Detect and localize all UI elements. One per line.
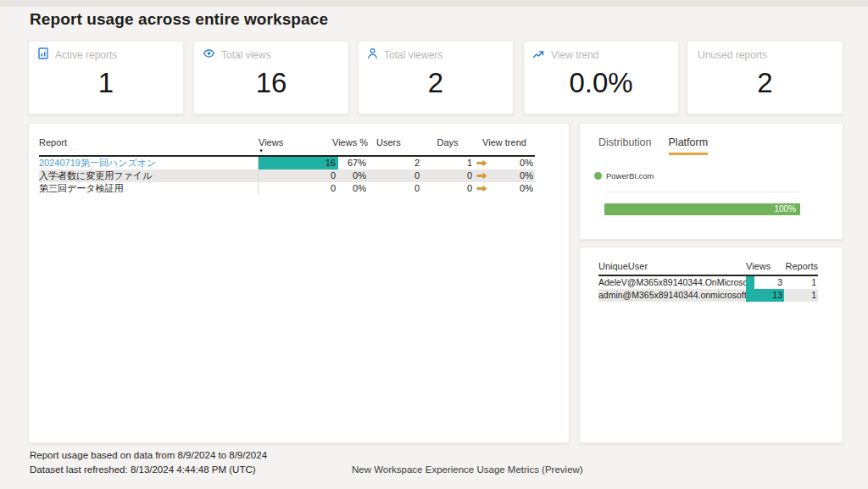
kpi-card-view-trend: View trend 0.0% [523, 41, 679, 114]
kpi-card-unused-reports: Unused reports 2 [687, 41, 843, 114]
unique-users-table-card: UniqueUser Views Reports AdeleV@M365x891… [579, 247, 843, 443]
view-trend-value: 0% [489, 182, 535, 195]
kpi-card-total-views: Total views 16 [193, 41, 349, 114]
views-pct-value: 0% [338, 182, 368, 195]
column-header-views[interactable]: Views [746, 258, 784, 272]
views-value: 3 [777, 276, 782, 289]
reports-value: 1 [784, 276, 818, 289]
views-bar-cell: 16 [258, 157, 338, 169]
report-page-tab[interactable]: New Workspace Experience Usage Metrics (… [352, 464, 583, 475]
views-pct-value: 0% [338, 169, 368, 182]
view-trend-value: 0% [489, 169, 535, 182]
tab-platform[interactable]: Platform [669, 136, 709, 155]
kpi-value: 0.0% [524, 66, 678, 100]
report-name-link[interactable]: 20240719第一回ハンズオン [39, 157, 258, 169]
kpi-label: View trend [551, 49, 598, 61]
table-row[interactable]: AdeleV@M365x89140344.OnMicrosoft.c... 3 … [598, 276, 818, 289]
report-icon [37, 47, 49, 63]
report-usage-table-card: Report Views ▼ Views % Users Days View t… [28, 123, 570, 443]
kpi-value: 1 [29, 66, 183, 100]
kpi-label: Total viewers [384, 49, 442, 61]
platform-bar-chart: 100% [604, 192, 800, 215]
users-value: 2 [368, 157, 421, 169]
report-name: 入学者数に変更用ファイル [39, 169, 258, 182]
reports-value: 1 [784, 289, 818, 302]
user-name: admin@M365x89140344.onmicrosoft.com [598, 289, 746, 302]
views-pct-value: 67% [338, 157, 368, 169]
column-header-uniqueuser[interactable]: UniqueUser [598, 258, 746, 272]
platform-bar-value: 100% [774, 203, 796, 215]
trend-arrow-icon [474, 169, 489, 182]
top-strip [0, 0, 868, 7]
column-header-users[interactable]: Users [368, 135, 421, 153]
kpi-value: 16 [194, 66, 348, 100]
users-value: 0 [368, 169, 421, 182]
kpi-value: 2 [687, 66, 843, 100]
person-icon [367, 47, 378, 63]
views-bar-cell: 0 [258, 182, 338, 195]
users-table-header: UniqueUser Views Reports [598, 258, 818, 276]
sort-descending-icon: ▼ [259, 148, 338, 153]
views-value: 13 [772, 289, 782, 302]
tab-distribution[interactable]: Distribution [598, 136, 652, 155]
legend-label: PowerBI.com [606, 171, 654, 181]
table-row[interactable]: 入学者数に変更用ファイル 0 0% 0 0 0% [39, 169, 535, 182]
platform-bar: 100% [604, 203, 800, 215]
users-table: UniqueUser Views Reports AdeleV@M365x891… [598, 258, 818, 302]
kpi-label: Total views [221, 49, 271, 61]
trend-arrow-icon [474, 157, 489, 169]
trend-up-icon [532, 47, 545, 63]
usage-range-text: Report usage based on data from 8/9/2024… [30, 450, 267, 460]
user-name: AdeleV@M365x89140344.OnMicrosoft.c... [598, 276, 746, 289]
column-header-report[interactable]: Report [39, 135, 258, 153]
report-name: 第三回データ検証用 [39, 182, 258, 195]
view-trend-value: 0% [489, 157, 535, 169]
table-row[interactable]: 20240719第一回ハンズオン 16 67% 2 1 0% [39, 157, 535, 169]
kpi-label: Active reports [55, 49, 117, 61]
page-title: Report usage across entire workspace [30, 10, 328, 29]
views-data-bar [746, 276, 754, 289]
dataset-refreshed-text: Dataset last refreshed: 8/13/2024 4:44:4… [30, 464, 256, 475]
kpi-label: Unused reports [698, 49, 767, 61]
eye-icon [203, 47, 215, 63]
platform-distribution-card: Distribution Platform PowerBI.com 100% [579, 123, 843, 240]
kpi-value: 2 [359, 66, 513, 100]
views-bar-cell: 0 [258, 169, 338, 182]
report-table: Report Views ▼ Views % Users Days View t… [39, 135, 535, 195]
views-bar-cell: 3 [746, 276, 784, 289]
views-value: 0 [331, 182, 336, 195]
days-value: 0 [421, 169, 474, 182]
days-value: 1 [421, 157, 474, 169]
column-header-views-pct[interactable]: Views % [338, 135, 368, 153]
trend-arrow-icon [474, 182, 489, 195]
views-value: 0 [331, 169, 336, 182]
chart-legend: PowerBI.com [594, 171, 654, 181]
table-row[interactable]: admin@M365x89140344.onmicrosoft.com 13 1 [598, 289, 818, 302]
views-value: 16 [326, 157, 336, 169]
column-header-view-trend[interactable]: View trend [474, 135, 535, 153]
report-table-header: Report Views ▼ Views % Users Days View t… [39, 135, 535, 157]
column-header-reports[interactable]: Reports [784, 258, 818, 272]
kpi-card-total-viewers: Total viewers 2 [358, 41, 514, 114]
kpi-card-active-reports: Active reports 1 [28, 41, 184, 114]
legend-dot-icon [594, 172, 602, 180]
column-header-views[interactable]: Views ▼ [258, 135, 338, 153]
distribution-tabs: Distribution Platform [598, 136, 708, 155]
table-row[interactable]: 第三回データ検証用 0 0% 0 0 0% [39, 182, 535, 195]
column-header-days[interactable]: Days [421, 135, 474, 153]
users-value: 0 [368, 182, 421, 195]
views-bar-cell: 13 [746, 289, 784, 302]
days-value: 0 [421, 182, 474, 195]
